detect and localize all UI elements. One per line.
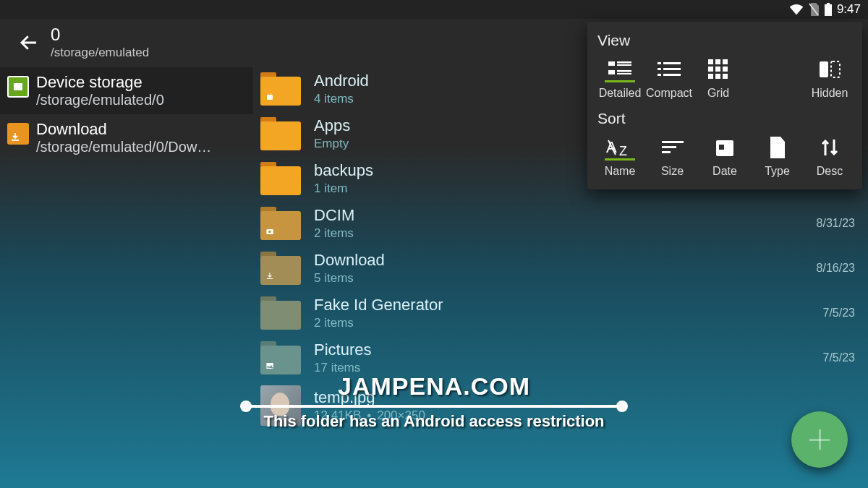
folder-icon — [260, 341, 301, 374]
clock-text: 9:47 — [837, 2, 861, 17]
sort-option-desc[interactable]: Desc — [807, 134, 852, 178]
svg-rect-14 — [658, 68, 661, 70]
sort-option-label: Date — [712, 165, 737, 178]
sidebar-item-title: Download — [36, 120, 211, 139]
folder-icon — [260, 296, 301, 330]
svg-rect-20 — [723, 59, 728, 64]
file-date: 7/5/23 — [823, 351, 855, 364]
view-heading: View — [597, 32, 852, 49]
folder-icon — [260, 207, 301, 240]
file-sub: 5 items — [314, 271, 809, 286]
svg-rect-17 — [663, 74, 681, 76]
hidden-icon — [815, 56, 844, 82]
file-name: Download — [314, 251, 809, 270]
svg-rect-34 — [716, 140, 733, 156]
camera-icon — [264, 226, 276, 237]
svg-rect-18 — [708, 59, 713, 64]
status-bar: 9:47 — [0, 0, 868, 19]
svg-rect-13 — [663, 62, 681, 64]
sidebar: Device storage /storage/emulated/0 Downl… — [0, 67, 253, 486]
svg-rect-15 — [663, 68, 681, 70]
download-folder-icon — [7, 123, 29, 145]
svg-rect-12 — [658, 62, 661, 64]
sidebar-item-path: /storage/emulated/0/Dow… — [36, 139, 211, 155]
view-option-label: Detailed — [599, 87, 642, 100]
svg-rect-7 — [617, 61, 631, 64]
view-option-detailed[interactable]: Detailed — [597, 56, 642, 100]
svg-rect-24 — [708, 74, 713, 79]
list-compact-icon — [655, 56, 684, 82]
file-sub: 2 items — [314, 316, 816, 330]
svg-rect-35 — [719, 145, 724, 150]
view-option-hidden[interactable]: Hidden — [807, 56, 852, 100]
folder-icon — [260, 252, 301, 285]
file-date: 8/31/23 — [817, 217, 855, 230]
sort-option-name[interactable]: AZ Name — [597, 134, 642, 178]
watermark-title: JAMPENA.COM — [231, 372, 637, 401]
view-option-label: Hidden — [812, 87, 848, 100]
fab-add-button[interactable] — [791, 411, 848, 468]
sort-option-size[interactable]: Size — [650, 134, 695, 178]
svg-rect-19 — [715, 59, 720, 64]
svg-rect-6 — [608, 61, 615, 66]
sort-option-label: Size — [661, 165, 684, 178]
android-icon — [264, 91, 276, 103]
back-button[interactable] — [7, 32, 51, 53]
svg-rect-32 — [662, 146, 676, 148]
view-option-compact[interactable]: Compact — [647, 56, 692, 100]
view-option-grid[interactable]: Grid — [696, 56, 741, 100]
folder-icon — [260, 117, 301, 150]
calendar-icon — [710, 134, 739, 160]
file-icon — [763, 134, 792, 160]
grid-icon — [704, 56, 733, 82]
sort-option-label: Type — [765, 165, 790, 178]
view-option-label: Compact — [646, 87, 692, 100]
sort-az-icon: AZ — [605, 134, 634, 160]
svg-rect-2 — [14, 83, 22, 90]
sort-option-date[interactable]: Date — [702, 134, 747, 178]
file-name: DCIM — [314, 206, 809, 225]
svg-rect-22 — [715, 67, 720, 72]
svg-rect-28 — [831, 61, 840, 77]
download-icon — [264, 270, 276, 282]
sort-heading: Sort — [597, 110, 852, 127]
file-date: 8/16/23 — [817, 262, 855, 275]
sort-direction-icon — [815, 134, 844, 160]
watermark-overlay: JAMPENA.COM This folder has an Android a… — [231, 372, 637, 431]
sort-size-icon — [658, 134, 687, 160]
no-sim-icon — [808, 3, 820, 16]
page-title: 0 — [51, 25, 149, 45]
sd-card-icon — [7, 76, 29, 98]
sidebar-item-download[interactable]: Download /storage/emulated/0/Dow… — [0, 114, 253, 161]
svg-rect-25 — [715, 74, 720, 79]
file-row[interactable]: Download 5 items 8/16/23 — [253, 247, 868, 291]
svg-rect-1 — [825, 4, 832, 16]
svg-rect-33 — [662, 151, 671, 153]
watermark-caption: This folder has an Android access restri… — [231, 412, 637, 431]
svg-rect-26 — [723, 74, 728, 79]
view-sort-popup: View Detailed Compact Grid Hidden Sort A… — [587, 22, 862, 189]
svg-rect-31 — [662, 141, 684, 143]
sort-option-label: Desc — [817, 165, 843, 178]
folder-icon — [260, 72, 301, 106]
svg-rect-8 — [617, 64, 631, 66]
file-row[interactable]: DCIM 2 items 8/31/23 — [253, 202, 868, 247]
folder-icon — [260, 162, 301, 195]
file-name: Pictures — [314, 341, 816, 359]
watermark-divider — [246, 405, 622, 408]
svg-rect-11 — [617, 73, 631, 74]
list-detailed-icon — [605, 56, 634, 82]
view-option-label: Grid — [707, 87, 729, 100]
sidebar-item-path: /storage/emulated/0 — [36, 92, 164, 108]
svg-rect-27 — [820, 61, 828, 77]
file-row[interactable]: Fake Id Generator 2 items 7/5/23 — [253, 291, 868, 336]
svg-text:Z: Z — [619, 144, 627, 158]
wifi-icon — [789, 4, 804, 15]
sort-option-type[interactable]: Type — [755, 134, 800, 178]
page-subtitle: /storage/emulated — [51, 46, 149, 60]
sidebar-item-device-storage[interactable]: Device storage /storage/emulated/0 — [0, 67, 253, 114]
file-name: Fake Id Generator — [314, 296, 816, 314]
svg-rect-10 — [617, 70, 631, 72]
svg-rect-23 — [723, 67, 728, 72]
svg-rect-9 — [608, 70, 615, 74]
